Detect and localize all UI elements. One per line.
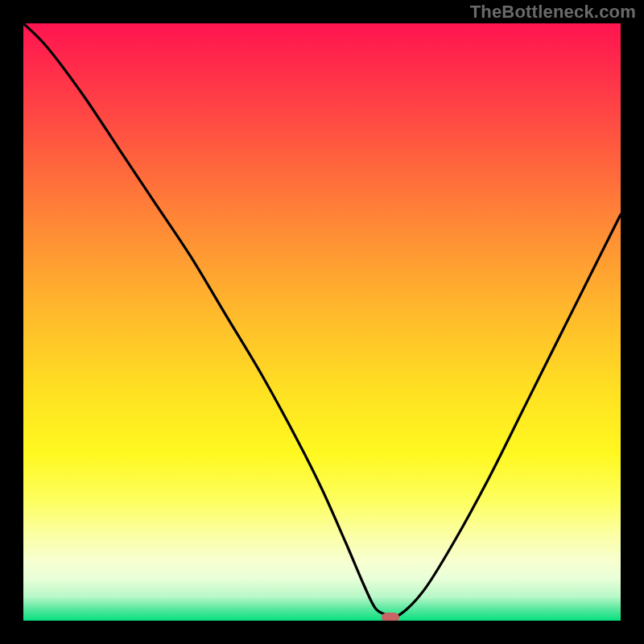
- plot-area: [23, 23, 621, 621]
- chart-container: TheBottleneck.com: [0, 0, 644, 644]
- optimal-marker: [382, 613, 399, 621]
- curve-layer: [23, 23, 621, 621]
- bottleneck-curve: [23, 23, 621, 617]
- watermark-text: TheBottleneck.com: [470, 2, 636, 23]
